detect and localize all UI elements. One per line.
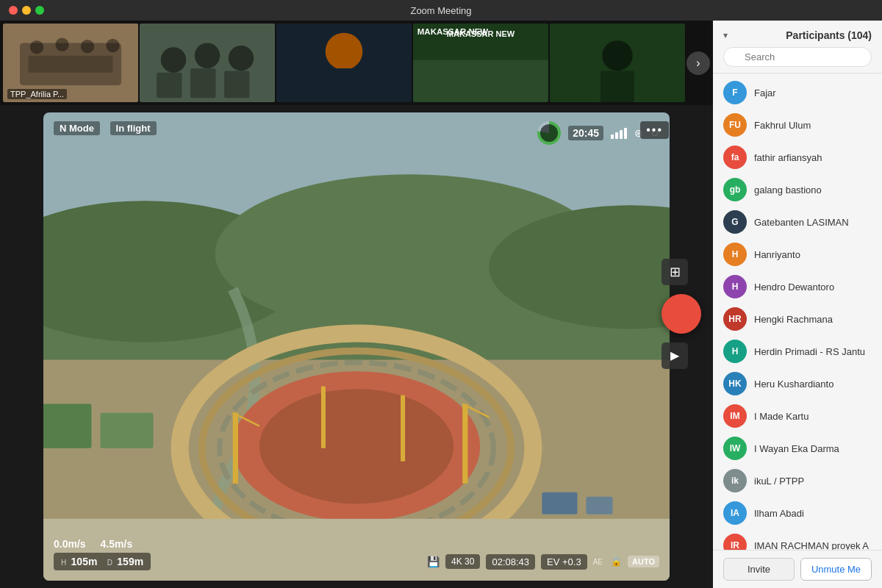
avatar: IA bbox=[723, 501, 747, 525]
svg-rect-13 bbox=[224, 71, 250, 98]
avatar: H bbox=[723, 243, 747, 266]
participant-item[interactable]: fafathir arfiansyah bbox=[713, 141, 882, 173]
more-options-button[interactable]: ••• bbox=[640, 121, 669, 139]
svg-point-22 bbox=[602, 40, 632, 71]
traffic-lights bbox=[9, 6, 44, 15]
avatar: F bbox=[723, 81, 747, 104]
participant-name: Herdin Primadi - RS Jantu bbox=[754, 346, 865, 357]
participant-name: Ilham Abadi bbox=[754, 508, 804, 519]
participant-name: fathir arfiansyah bbox=[754, 152, 822, 163]
invite-button[interactable]: Invite bbox=[723, 558, 795, 581]
svg-rect-19 bbox=[413, 60, 548, 102]
participants-panel: ▾ Participants (104) 🔍 FFajarFUFakhrul U… bbox=[713, 21, 882, 588]
participant-item[interactable]: IMI Made Kartu bbox=[713, 400, 882, 432]
makassar-label: MAKASSAR NEW bbox=[447, 29, 514, 38]
participant-item[interactable]: HHendro Dewantoro bbox=[713, 270, 882, 303]
participant-item[interactable]: IAIlham Abadi bbox=[713, 497, 882, 529]
participant-name: Hengki Rachmana bbox=[754, 314, 833, 325]
avatar: gb bbox=[723, 178, 747, 201]
filmstrip-button[interactable]: ⊞ bbox=[662, 259, 688, 285]
participant-item[interactable]: GGatebanten LASIMAN bbox=[713, 206, 882, 238]
participant-name: Gatebanten LASIMAN bbox=[754, 217, 849, 228]
avatar: fa bbox=[723, 146, 747, 169]
thumbnail-5[interactable] bbox=[550, 24, 685, 102]
participant-name: galang bastiono bbox=[754, 184, 822, 196]
window-title: Zoom Meeting bbox=[410, 5, 471, 16]
participants-list: FFajarFUFakhrul Ulumfafathir arfiansyahg… bbox=[713, 74, 882, 550]
svg-point-6 bbox=[106, 39, 119, 52]
svg-rect-12 bbox=[190, 68, 216, 98]
participant-name: Hanriyanto bbox=[754, 249, 800, 260]
avatar: IR bbox=[723, 534, 747, 550]
participant-name: I Made Kartu bbox=[754, 411, 808, 422]
thumb-label-1: TPP_Afrilia P... bbox=[7, 89, 67, 99]
avatar: G bbox=[723, 210, 747, 234]
chevron-icon[interactable]: ▾ bbox=[723, 30, 728, 40]
participant-item[interactable]: HRHengki Rachmana bbox=[713, 303, 882, 335]
svg-rect-2 bbox=[29, 56, 113, 73]
minimize-button[interactable] bbox=[22, 6, 31, 15]
avatar: H bbox=[723, 340, 747, 363]
main-video: N Mode In flight 20:45 bbox=[43, 112, 670, 581]
avatar: H bbox=[723, 275, 747, 298]
participant-item[interactable]: FFajar bbox=[713, 76, 882, 109]
svg-rect-23 bbox=[600, 71, 634, 102]
panel-footer: Invite Unmute Me bbox=[713, 550, 882, 588]
thumbnail-4[interactable]: MAKASSAR NEW MAKASSAR NEW bbox=[413, 24, 548, 102]
panel-title: Participants (104) bbox=[786, 29, 872, 41]
title-bar: Zoom Meeting bbox=[0, 0, 882, 21]
search-input[interactable] bbox=[723, 47, 872, 67]
main-content: TPP_Afrilia P... bbox=[0, 21, 882, 588]
avatar: HR bbox=[723, 307, 747, 331]
maximize-button[interactable] bbox=[35, 6, 44, 15]
svg-point-3 bbox=[30, 40, 43, 54]
participant-item[interactable]: HKHeru Kushardianto bbox=[713, 368, 882, 400]
participant-name: Fakhrul Ulum bbox=[754, 120, 811, 131]
thumbnail-strip: TPP_Afrilia P... bbox=[0, 21, 713, 105]
participant-item[interactable]: ikikuL / PTPP bbox=[713, 465, 882, 497]
unmute-me-button[interactable]: Unmute Me bbox=[800, 558, 872, 581]
thumbnail-next-button[interactable]: › bbox=[686, 51, 710, 75]
avatar: HK bbox=[723, 372, 747, 395]
participant-item[interactable]: IWI Wayan Eka Darma bbox=[713, 432, 882, 465]
participant-name: ikuL / PTPP bbox=[754, 476, 804, 487]
participant-name: IMAN RACHMAN proyek A bbox=[754, 540, 869, 551]
search-container: 🔍 bbox=[723, 47, 872, 67]
svg-rect-46 bbox=[43, 112, 670, 581]
svg-point-4 bbox=[55, 38, 68, 51]
participant-name: Fajar bbox=[754, 87, 776, 98]
participant-item[interactable]: IRIMAN RACHMAN proyek A bbox=[713, 529, 882, 550]
panel-header: ▾ Participants (104) 🔍 bbox=[713, 21, 882, 74]
participant-item[interactable]: HHerdin Primadi - RS Jantu bbox=[713, 335, 882, 368]
participant-item[interactable]: FUFakhrul Ulum bbox=[713, 109, 882, 141]
play-button[interactable]: ▶ bbox=[662, 343, 688, 369]
record-button[interactable] bbox=[662, 294, 701, 334]
participant-item[interactable]: gbgalang bastiono bbox=[713, 173, 882, 206]
close-button[interactable] bbox=[9, 6, 18, 15]
svg-point-5 bbox=[81, 40, 94, 53]
avatar: IW bbox=[723, 437, 747, 460]
svg-point-8 bbox=[161, 47, 187, 73]
participant-name: Hendro Dewantoro bbox=[754, 282, 834, 293]
video-area: TPP_Afrilia P... bbox=[0, 21, 713, 588]
svg-point-10 bbox=[229, 46, 254, 71]
participant-name: Heru Kushardianto bbox=[754, 379, 833, 390]
panel-title-row: ▾ Participants (104) bbox=[723, 29, 872, 41]
avatar: FU bbox=[723, 113, 747, 137]
participant-name: I Wayan Eka Darma bbox=[754, 443, 839, 454]
svg-point-9 bbox=[195, 43, 220, 68]
svg-rect-17 bbox=[276, 24, 412, 102]
avatar: IM bbox=[723, 404, 747, 428]
thumbnail-2[interactable] bbox=[140, 24, 275, 102]
svg-rect-11 bbox=[157, 73, 182, 98]
avatar: ik bbox=[723, 469, 747, 492]
participant-item[interactable]: HHanriyanto bbox=[713, 238, 882, 270]
thumbnail-3[interactable] bbox=[276, 24, 412, 102]
thumbnail-1[interactable]: TPP_Afrilia P... bbox=[3, 24, 138, 102]
side-controls: ⊞ ▶ bbox=[662, 259, 701, 369]
